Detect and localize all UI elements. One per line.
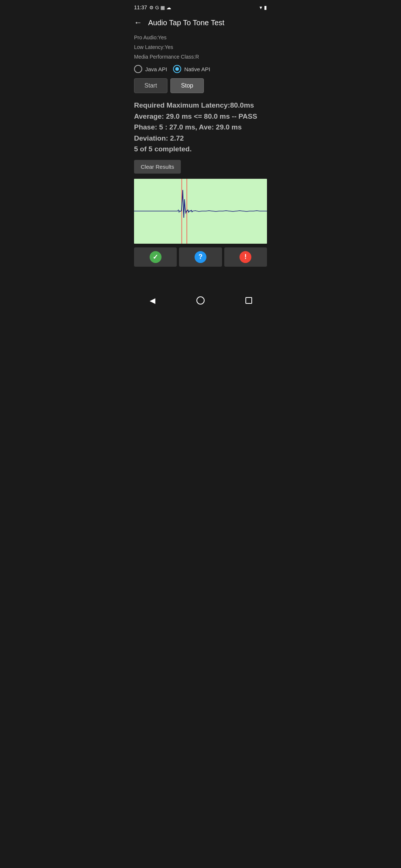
back-button[interactable]: ← xyxy=(134,18,142,27)
control-button-row: Start Stop xyxy=(134,78,267,93)
pro-audio-info: Pro Audio:Yes xyxy=(134,33,267,42)
recent-nav-button[interactable] xyxy=(239,294,258,307)
app-bar: ← Audio Tap To Tone Test xyxy=(128,13,273,32)
battery-icon: ▮ xyxy=(264,4,267,10)
required-latency-line: Required Maximum Latency:80.0ms xyxy=(134,100,267,111)
java-api-option[interactable]: Java API xyxy=(134,65,167,73)
status-bar: 11:37 ⚙ G ▦ ☁ ▾ ▮ xyxy=(128,0,273,13)
results-section: Required Maximum Latency:80.0ms Average:… xyxy=(134,100,267,154)
status-left: 11:37 ⚙ G ▦ ☁ xyxy=(134,4,171,10)
low-latency-info: Low Latency:Yes xyxy=(134,43,267,52)
java-api-radio[interactable] xyxy=(134,65,142,73)
waveform-svg xyxy=(134,179,267,244)
back-nav-icon: ◀ xyxy=(150,296,155,305)
main-content: Pro Audio:Yes Low Latency:Yes Media Perf… xyxy=(128,32,273,290)
clear-results-button[interactable]: Clear Results xyxy=(134,160,181,174)
stop-button[interactable]: Stop xyxy=(170,78,204,93)
average-line: Average: 29.0 ms <= 80.0 ms -- PASS xyxy=(134,111,267,122)
waveform-display xyxy=(134,179,267,244)
recycling-icon: ⚙ xyxy=(149,5,154,10)
home-nav-icon xyxy=(196,296,205,305)
home-nav-button[interactable] xyxy=(191,294,210,307)
bottom-actions: ✓ ? ! xyxy=(134,247,267,267)
phase-line: Phase: 5 : 27.0 ms, Ave: 29.0 ms xyxy=(134,122,267,132)
question-icon: ? xyxy=(195,251,206,263)
question-button[interactable]: ? xyxy=(179,247,222,267)
warning-button[interactable]: ! xyxy=(224,247,267,267)
status-right: ▾ ▮ xyxy=(260,4,267,10)
api-radio-group: Java API Native API xyxy=(134,65,267,73)
app-title: Audio Tap To Tone Test xyxy=(148,19,224,27)
google-icon: G xyxy=(155,5,159,10)
completed-line: 5 of 5 completed. xyxy=(134,144,267,154)
native-api-label: Native API xyxy=(184,66,210,72)
pass-button[interactable]: ✓ xyxy=(134,247,177,267)
nav-bar: ◀ xyxy=(128,290,273,313)
status-icons: ⚙ G ▦ ☁ xyxy=(149,5,171,10)
calendar-icon: ▦ xyxy=(160,5,165,10)
exclamation-icon: ! xyxy=(239,251,251,263)
wifi-icon: ▾ xyxy=(260,4,262,10)
native-api-option[interactable]: Native API xyxy=(173,65,210,73)
start-button[interactable]: Start xyxy=(134,78,167,93)
java-api-label: Java API xyxy=(145,66,167,72)
recent-nav-icon xyxy=(245,297,252,304)
checkmark-icon: ✓ xyxy=(150,251,162,263)
status-time: 11:37 xyxy=(134,4,147,10)
cloud-icon: ☁ xyxy=(166,5,171,10)
media-performance-info: Media Performance Class:R xyxy=(134,53,267,62)
deviation-line: Deviation: 2.72 xyxy=(134,133,267,144)
back-nav-button[interactable]: ◀ xyxy=(143,294,162,307)
native-api-radio[interactable] xyxy=(173,65,181,73)
